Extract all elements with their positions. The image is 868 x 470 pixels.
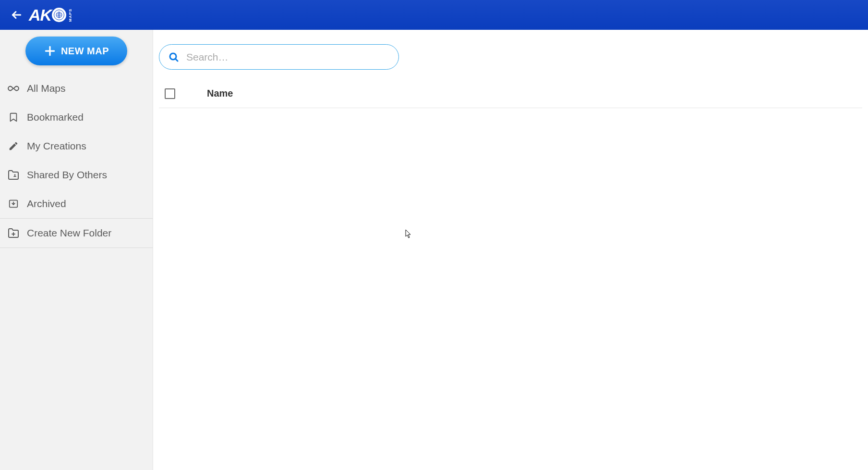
sidebar-item-label: Create New Folder (27, 227, 111, 239)
new-folder-icon (4, 227, 23, 239)
search-input[interactable] (186, 51, 390, 63)
sidebar-item-label: All Maps (27, 83, 66, 94)
sidebar: NEW MAP All Maps Bookmarked My Creat (0, 30, 153, 470)
select-all-checkbox[interactable] (165, 88, 175, 99)
search-container[interactable] (159, 44, 399, 70)
sidebar-divider (0, 247, 153, 248)
logo-o-icon (52, 8, 66, 22)
svg-point-1 (56, 12, 62, 18)
table-header: Name (159, 79, 862, 108)
cursor-icon (405, 229, 413, 239)
pencil-icon (4, 141, 23, 151)
new-map-button[interactable]: NEW MAP (25, 37, 127, 65)
sidebar-nav: All Maps Bookmarked My Creations Shared … (0, 74, 153, 248)
svg-line-10 (175, 59, 178, 61)
column-name-header[interactable]: Name (207, 88, 233, 99)
logo-text: AK (29, 6, 66, 25)
sidebar-item-bookmarked[interactable]: Bookmarked (0, 103, 153, 132)
sidebar-item-label: Archived (27, 198, 66, 210)
sidebar-item-create-folder[interactable]: Create New Folder (0, 219, 153, 247)
sidebar-item-all-maps[interactable]: All Maps (0, 74, 153, 103)
sidebar-item-label: My Creations (27, 140, 86, 152)
new-map-label: NEW MAP (61, 46, 109, 57)
app-header: AK MAPS (0, 0, 868, 30)
arrow-left-icon (10, 9, 23, 21)
sidebar-item-archived[interactable]: Archived (0, 189, 153, 218)
bookmark-icon (4, 112, 23, 123)
logo-sub-text: MAPS (68, 9, 72, 22)
infinity-icon (4, 82, 23, 95)
svg-point-4 (14, 174, 16, 176)
folder-shared-icon (4, 169, 23, 181)
back-button[interactable] (8, 6, 25, 24)
archive-icon (4, 198, 23, 209)
plus-icon (44, 45, 56, 57)
sidebar-item-shared[interactable]: Shared By Others (0, 161, 153, 189)
search-icon (168, 51, 180, 63)
app-logo[interactable]: AK MAPS (29, 6, 72, 25)
sidebar-item-label: Shared By Others (27, 169, 107, 181)
logo-main-text: AK (29, 6, 51, 25)
sidebar-item-my-creations[interactable]: My Creations (0, 132, 153, 161)
main-content: Name (153, 30, 868, 470)
sidebar-item-label: Bookmarked (27, 111, 84, 123)
